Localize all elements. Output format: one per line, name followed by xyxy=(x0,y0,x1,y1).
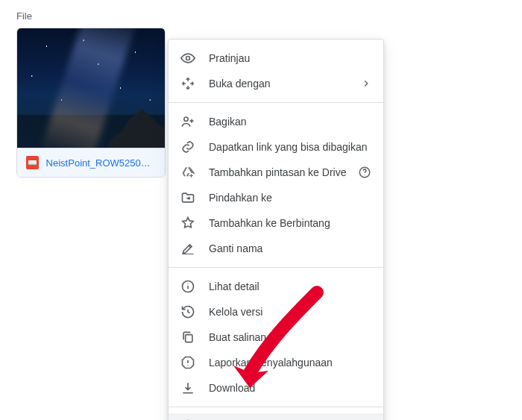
menu-item-move-to[interactable]: Pindahkan ke xyxy=(169,185,383,210)
history-icon xyxy=(180,304,195,319)
context-menu: Pratinjau Buka dengan Bagikan Dapatkan l… xyxy=(168,39,384,420)
folder-move-icon xyxy=(180,190,195,205)
menu-label: Buat salinan xyxy=(209,331,266,343)
link-icon xyxy=(180,140,195,154)
menu-item-download[interactable]: Download xyxy=(169,375,383,401)
menu-item-add-shortcut[interactable]: Tambahkan pintasan ke Drive xyxy=(169,160,383,185)
menu-separator xyxy=(169,267,383,268)
report-icon xyxy=(180,355,195,370)
menu-label: Buka dengan xyxy=(209,78,271,90)
menu-separator xyxy=(169,407,383,407)
file-name: NeistPoint_ROW5250174... xyxy=(46,157,156,169)
menu-item-manage-versions[interactable]: Kelola versi xyxy=(169,299,383,325)
menu-item-view-details[interactable]: Lihat detail xyxy=(169,274,383,299)
menu-item-remove[interactable]: Hapus xyxy=(169,413,383,420)
menu-label: Kelola versi xyxy=(209,306,262,318)
menu-label: Lihat detail xyxy=(209,280,260,292)
drive-add-icon xyxy=(180,165,195,180)
menu-item-share[interactable]: Bagikan xyxy=(169,109,383,134)
menu-label: Pratinjau xyxy=(209,52,250,64)
svg-point-4 xyxy=(364,175,365,175)
image-file-icon xyxy=(26,156,39,169)
svg-point-8 xyxy=(187,365,188,366)
menu-label: Ganti nama xyxy=(209,242,262,254)
chevron-right-icon xyxy=(361,78,371,89)
file-card[interactable]: NeistPoint_ROW5250174... xyxy=(16,28,166,178)
open-with-icon xyxy=(180,76,195,91)
menu-item-get-link[interactable]: Dapatkan link yang bisa dibagikan xyxy=(169,134,383,160)
menu-label: Dapatkan link yang bisa dibagikan xyxy=(209,141,367,153)
menu-label: Download xyxy=(209,382,255,394)
menu-item-report-abuse[interactable]: Laporkan penyalahgunaan xyxy=(169,350,383,375)
person-add-icon xyxy=(180,114,195,129)
section-label: File xyxy=(0,0,522,28)
file-label-row: NeistPoint_ROW5250174... xyxy=(17,148,165,177)
menu-label: Pindahkan ke xyxy=(209,192,272,204)
menu-item-rename[interactable]: Ganti nama xyxy=(169,236,383,261)
menu-item-make-copy[interactable]: Buat salinan xyxy=(169,325,383,350)
svg-point-1 xyxy=(184,117,188,121)
star-icon xyxy=(180,216,195,231)
menu-item-open-with[interactable]: Buka dengan xyxy=(169,71,383,96)
eye-icon xyxy=(180,51,195,66)
svg-rect-7 xyxy=(186,335,192,342)
file-thumbnail xyxy=(17,28,165,148)
download-icon xyxy=(180,380,195,395)
menu-item-preview[interactable]: Pratinjau xyxy=(169,46,383,71)
menu-label: Tambahkan pintasan ke Drive xyxy=(209,166,346,178)
info-icon xyxy=(180,279,195,294)
svg-point-0 xyxy=(186,57,190,60)
menu-label: Tambahkan ke Berbintang xyxy=(209,217,330,229)
copy-icon xyxy=(180,330,195,345)
rename-icon xyxy=(180,241,195,256)
svg-point-6 xyxy=(187,283,188,284)
menu-separator xyxy=(169,102,383,103)
menu-label: Laporkan penyalahgunaan xyxy=(209,357,333,369)
help-icon[interactable] xyxy=(358,166,371,179)
menu-label: Bagikan xyxy=(209,116,247,128)
menu-item-add-starred[interactable]: Tambahkan ke Berbintang xyxy=(169,210,383,236)
